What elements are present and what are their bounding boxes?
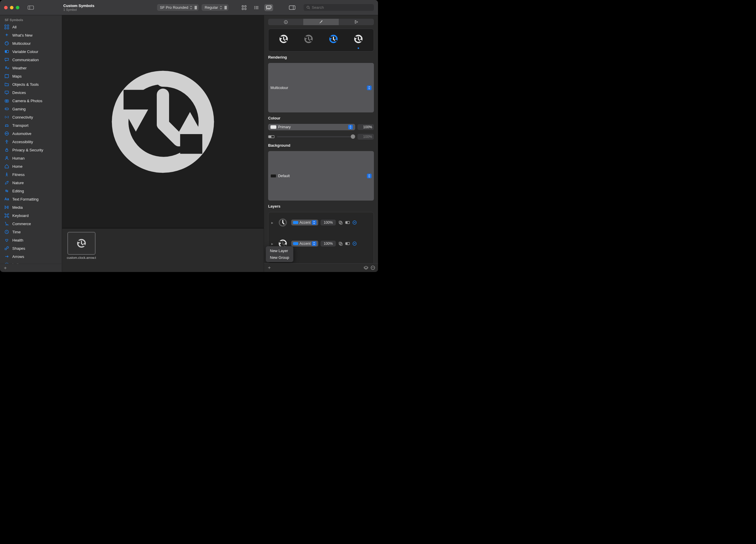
sidebar-item-text-formatting[interactable]: AaText Formatting <box>0 195 62 203</box>
preview-hierarchical[interactable] <box>302 33 315 45</box>
sidebar-item-transport[interactable]: Transport <box>0 121 62 129</box>
appearance-tab[interactable] <box>303 19 338 25</box>
inspector-footer: ＋ <box>264 263 378 272</box>
sidebar-item-connectivity[interactable]: Connectivity <box>0 113 62 121</box>
sidebar-item-objects-tools[interactable]: Objects & Tools <box>0 80 62 88</box>
sidebar-item-fitness[interactable]: Fitness <box>0 171 62 179</box>
opacity-slider[interactable] <box>277 136 355 137</box>
sidebar-item-health[interactable]: Health <box>0 236 62 244</box>
secondary-opacity: 100% <box>357 134 374 140</box>
list-view-button[interactable] <box>252 4 261 11</box>
sidebar-item-time[interactable]: Time <box>0 228 62 236</box>
layer-type-select[interactable]: Accent <box>291 220 318 226</box>
sidebar-item-all[interactable]: All <box>0 23 62 31</box>
sidebar-item-label: Connectivity <box>12 115 33 120</box>
layer-row[interactable]: ▸ Accent 100% <box>271 217 371 229</box>
search-field[interactable] <box>304 4 374 11</box>
preview-palette[interactable] <box>327 33 340 45</box>
minimize-window-button[interactable] <box>10 6 13 9</box>
sidebar-item-weather[interactable]: Weather <box>0 64 62 72</box>
sidebar-item-privacy-security[interactable]: Privacy & Security <box>0 146 62 154</box>
symbol-thumbnail[interactable]: custom.clock.arrow.triangleh… <box>67 232 96 260</box>
sidebar-item-shapes[interactable]: Shapes <box>0 244 62 253</box>
colour-opacity[interactable]: 100% <box>357 124 374 130</box>
desktop-icon <box>4 90 9 95</box>
sidebar-item-label: Commerce <box>12 222 31 226</box>
inspector-toggle-button[interactable] <box>288 4 297 11</box>
main-area: custom.clock.arrow.triangleh… <box>62 15 264 272</box>
svg-point-10 <box>254 8 255 9</box>
mask-icon[interactable] <box>345 241 350 246</box>
menu-item-new-group[interactable]: New Group <box>267 254 292 261</box>
font-family-select[interactable]: SF Pro Rounded <box>157 4 199 11</box>
background-label: Background <box>268 143 374 148</box>
info-icon <box>284 20 288 24</box>
svg-rect-15 <box>269 9 270 9</box>
layer-opacity[interactable]: 100% <box>321 220 336 226</box>
shapes-icon <box>4 246 9 251</box>
info-tab[interactable] <box>268 19 303 25</box>
more-button[interactable] <box>371 266 375 270</box>
svg-rect-29 <box>5 51 7 52</box>
sidebar-item-editing[interactable]: Editing <box>0 187 62 195</box>
menu-item-new-layer[interactable]: New Layer <box>267 248 292 254</box>
preview-multicolour[interactable] <box>352 33 365 45</box>
sidebar-item-accessibility[interactable]: Accessibility <box>0 138 62 146</box>
sidebar-item-home[interactable]: Home <box>0 162 62 171</box>
close-window-button[interactable] <box>4 6 8 9</box>
sidebar-item-arrows[interactable]: Arrows <box>0 253 62 261</box>
svg-point-43 <box>6 140 7 141</box>
sidebar-item-multicolour[interactable]: Multicolour <box>0 39 62 47</box>
sidebar-item-devices[interactable]: Devices <box>0 88 62 97</box>
dropdown-icon <box>312 241 316 246</box>
svg-line-123 <box>283 244 284 245</box>
colour-select[interactable]: Primary <box>268 124 355 130</box>
zoom-window-button[interactable] <box>16 6 19 9</box>
sidebar-item-label: Indices <box>12 263 24 264</box>
grid-view-button[interactable] <box>240 4 248 11</box>
sidebar-item-indices[interactable]: 1Indices <box>0 261 62 264</box>
rendering-select[interactable]: Multicolour <box>268 63 374 112</box>
svg-point-46 <box>6 173 7 174</box>
sidebar-item-human[interactable]: Human <box>0 154 62 162</box>
copy-icon[interactable] <box>338 241 343 246</box>
sidebar-item-variable-colour[interactable]: Variable Colour <box>0 47 62 56</box>
slider-icon <box>4 49 9 54</box>
slider-thumb[interactable] <box>351 134 355 139</box>
sidebar-item-commerce[interactable]: Commerce <box>0 220 62 228</box>
layer-type-select[interactable]: Accent <box>291 241 318 247</box>
copy-icon[interactable] <box>338 220 343 225</box>
gallery-view-button[interactable] <box>264 4 273 11</box>
disclosure-icon[interactable]: ▸ <box>271 242 274 246</box>
sidebar-item-maps[interactable]: Maps <box>0 72 62 80</box>
z-order-button[interactable] <box>364 266 368 270</box>
font-weight-select[interactable]: Regular <box>202 4 229 11</box>
sidebar-item-automotive[interactable]: Automotive <box>0 129 62 138</box>
svg-rect-102 <box>355 36 357 38</box>
svg-rect-65 <box>180 134 202 154</box>
mask-icon[interactable] <box>345 220 350 225</box>
minus-circle-icon[interactable] <box>352 220 357 225</box>
disclosure-icon[interactable]: ▸ <box>271 221 274 225</box>
indices-icon: 1 <box>4 262 9 264</box>
sidebar-item-media[interactable]: Media <box>0 203 62 212</box>
minus-circle-icon[interactable] <box>352 241 357 246</box>
sidebar-item-gaming[interactable]: Gaming <box>0 105 62 113</box>
sidebar-toggle-button[interactable] <box>28 6 34 10</box>
sidebar-item-label: Objects & Tools <box>12 82 39 87</box>
layer-opacity[interactable]: 100% <box>321 241 336 247</box>
background-swatch <box>270 174 276 178</box>
sidebar-item-nature[interactable]: Nature <box>0 179 62 187</box>
add-collection-button[interactable]: ＋ <box>3 265 8 271</box>
search-input[interactable] <box>312 5 371 10</box>
svg-rect-23 <box>7 28 9 29</box>
sidebar-item-camera-photos[interactable]: Camera & Photos <box>0 97 62 105</box>
background-select[interactable]: Default <box>268 151 374 201</box>
animation-tab[interactable] <box>339 19 374 25</box>
sidebar-item-keyboard[interactable]: Keyboard <box>0 212 62 220</box>
sidebar-item-what-s-new[interactable]: What's New <box>0 31 62 39</box>
antenna-icon <box>4 115 9 120</box>
add-layer-button[interactable]: ＋ <box>267 265 272 271</box>
preview-monochrome[interactable] <box>277 33 290 45</box>
sidebar-item-communication[interactable]: Communication <box>0 56 62 64</box>
